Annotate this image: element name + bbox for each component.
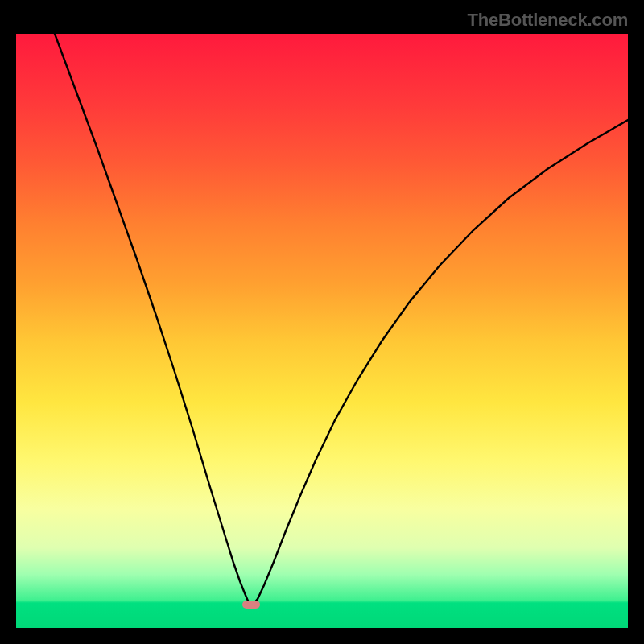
plot-frame bbox=[16, 34, 628, 628]
curve-layer bbox=[16, 34, 628, 628]
attribution-text: TheBottleneck.com bbox=[467, 10, 628, 31]
bottleneck-curve bbox=[55, 34, 628, 605]
minimum-marker bbox=[242, 601, 260, 609]
